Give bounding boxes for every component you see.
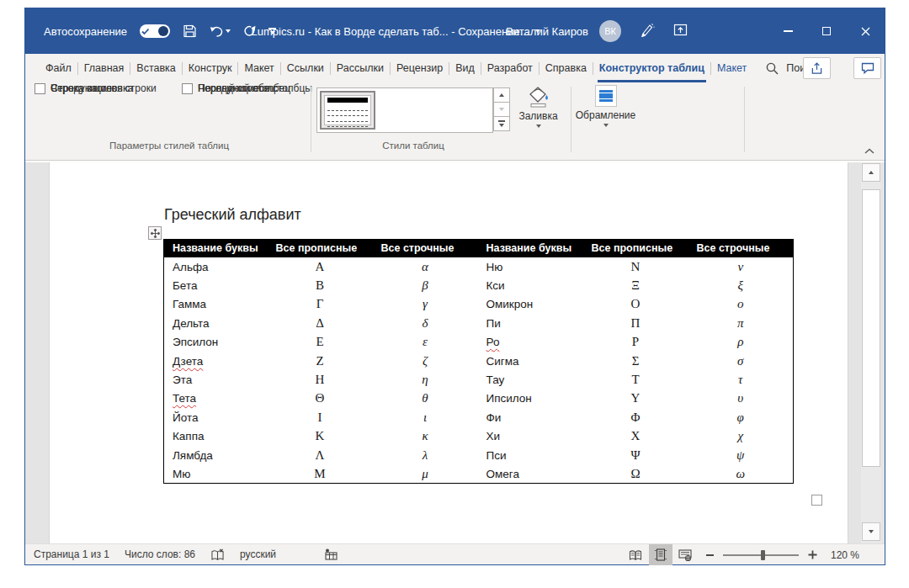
avatar[interactable]: ВК bbox=[599, 20, 621, 42]
style-option-checkbox[interactable]: Чередующиеся строки bbox=[35, 82, 157, 94]
letter-name-cell[interactable]: Омега bbox=[478, 464, 583, 483]
document-page[interactable]: Греческий алфавит Название буквыВсе проп… bbox=[49, 162, 848, 544]
share-button[interactable] bbox=[803, 57, 831, 79]
letter-name-cell[interactable]: Пси bbox=[478, 446, 583, 464]
lowercase-cell[interactable]: κ bbox=[373, 427, 478, 446]
user-name[interactable]: Виталий Каиров bbox=[506, 25, 588, 38]
lowercase-cell[interactable]: ψ bbox=[688, 446, 794, 464]
uppercase-cell[interactable]: Φ bbox=[583, 408, 688, 426]
spellcheck-status[interactable] bbox=[210, 548, 225, 561]
ribbon-tab[interactable]: Макет bbox=[711, 54, 752, 82]
web-layout-button[interactable] bbox=[672, 544, 698, 565]
uppercase-cell[interactable]: Ζ bbox=[268, 352, 373, 370]
shading-button[interactable]: Заливка bbox=[514, 85, 562, 128]
scrollbar-thumb[interactable] bbox=[862, 189, 880, 467]
letter-name-cell[interactable]: Ню bbox=[478, 257, 583, 276]
scroll-down-button[interactable] bbox=[862, 522, 880, 541]
letter-name-cell[interactable]: Бета bbox=[164, 276, 268, 294]
ribbon-tab[interactable]: Вставка bbox=[130, 54, 181, 82]
ribbon-tab[interactable]: Главная bbox=[78, 54, 130, 82]
letter-name-cell[interactable]: Кси bbox=[478, 276, 583, 294]
letter-name-cell[interactable]: Ипсилон bbox=[478, 389, 583, 408]
document-title-area[interactable]: Lumpics.ru - Как в Ворде сделать таб... … bbox=[269, 8, 522, 54]
lowercase-cell[interactable]: θ bbox=[373, 389, 478, 408]
letter-name-cell[interactable]: Дзета bbox=[164, 352, 268, 370]
letter-name-cell[interactable]: Фи bbox=[478, 408, 583, 426]
uppercase-cell[interactable]: Α bbox=[268, 257, 373, 276]
zoom-level[interactable]: 120 % bbox=[831, 549, 859, 561]
letter-name-cell[interactable]: Ро bbox=[478, 333, 583, 352]
ribbon-display-button[interactable] bbox=[673, 24, 688, 39]
letter-name-cell[interactable]: Тау bbox=[478, 370, 583, 389]
zoom-out-button[interactable] bbox=[698, 544, 715, 565]
gallery-scroll-down-button[interactable] bbox=[493, 102, 510, 117]
uppercase-cell[interactable]: Χ bbox=[583, 427, 688, 446]
uppercase-cell[interactable]: Ψ bbox=[583, 446, 688, 464]
letter-name-cell[interactable]: Эта bbox=[164, 370, 268, 389]
letter-name-cell[interactable]: Альфа bbox=[164, 257, 268, 276]
lowercase-cell[interactable]: γ bbox=[373, 295, 478, 314]
letter-name-cell[interactable]: Хи bbox=[478, 427, 583, 446]
close-button[interactable] bbox=[846, 8, 885, 54]
uppercase-cell[interactable]: Β bbox=[268, 276, 373, 294]
lowercase-cell[interactable]: λ bbox=[373, 446, 478, 464]
lowercase-cell[interactable]: τ bbox=[688, 370, 794, 389]
ribbon-tab[interactable]: Конструк bbox=[183, 54, 238, 82]
lowercase-cell[interactable]: δ bbox=[373, 314, 478, 332]
lowercase-cell[interactable]: ε bbox=[373, 333, 478, 352]
comments-button[interactable] bbox=[853, 57, 881, 79]
lowercase-cell[interactable]: σ bbox=[688, 352, 794, 370]
save-button[interactable] bbox=[183, 24, 197, 38]
letter-name-cell[interactable]: Сигма bbox=[478, 352, 583, 370]
uppercase-cell[interactable]: Κ bbox=[268, 427, 373, 446]
uppercase-cell[interactable]: Τ bbox=[583, 370, 688, 389]
uppercase-cell[interactable]: Ο bbox=[583, 295, 688, 314]
letter-name-cell[interactable]: Гамма bbox=[164, 295, 268, 314]
lowercase-cell[interactable]: η bbox=[373, 370, 478, 389]
vertical-scrollbar[interactable] bbox=[861, 162, 881, 544]
uppercase-cell[interactable]: Ξ bbox=[583, 276, 688, 294]
lowercase-cell[interactable]: α bbox=[373, 257, 478, 276]
word-count[interactable]: Число слов: 86 bbox=[125, 548, 195, 560]
letter-name-cell[interactable]: Лямбда bbox=[164, 446, 268, 464]
uppercase-cell[interactable]: Ε bbox=[268, 333, 373, 352]
undo-button[interactable] bbox=[210, 25, 231, 38]
ribbon-tab[interactable]: Конструктор таблиц bbox=[593, 54, 710, 82]
uppercase-cell[interactable]: Π bbox=[583, 314, 688, 332]
uppercase-cell[interactable]: Μ bbox=[268, 464, 373, 483]
uppercase-cell[interactable]: Ν bbox=[583, 257, 688, 276]
lowercase-cell[interactable]: ρ bbox=[688, 333, 794, 352]
uppercase-cell[interactable]: Ω bbox=[583, 464, 688, 483]
lowercase-cell[interactable]: ξ bbox=[688, 276, 794, 294]
lowercase-cell[interactable]: υ bbox=[688, 389, 794, 408]
zoom-slider-handle[interactable] bbox=[761, 550, 765, 560]
letter-name-cell[interactable]: Эпсилон bbox=[164, 333, 268, 352]
lowercase-cell[interactable]: π bbox=[688, 314, 794, 332]
letter-name-cell[interactable]: Йота bbox=[164, 408, 268, 426]
uppercase-cell[interactable]: Υ bbox=[583, 389, 688, 408]
uppercase-cell[interactable]: Η bbox=[268, 370, 373, 389]
zoom-slider[interactable] bbox=[723, 554, 799, 556]
maximize-button[interactable] bbox=[807, 8, 846, 54]
greek-alphabet-table[interactable]: Название буквыВсе прописныеВсе строчныеН… bbox=[163, 239, 794, 484]
table-style-thumbnail-selected[interactable] bbox=[320, 91, 375, 130]
macro-recorder[interactable] bbox=[325, 548, 338, 560]
letter-name-cell[interactable]: Омикрон bbox=[478, 295, 583, 314]
uppercase-cell[interactable]: Θ bbox=[268, 389, 373, 408]
lowercase-cell[interactable]: μ bbox=[373, 464, 478, 483]
lowercase-cell[interactable]: ν bbox=[688, 257, 794, 276]
ribbon-tab[interactable]: Разработ bbox=[481, 54, 539, 82]
table-resize-handle[interactable] bbox=[811, 495, 822, 506]
lowercase-cell[interactable]: β bbox=[373, 276, 478, 294]
ribbon-tab[interactable]: Файл bbox=[40, 54, 77, 82]
style-option-checkbox[interactable]: Чередующиеся столбцы bbox=[182, 82, 312, 94]
lowercase-cell[interactable]: ω bbox=[688, 464, 794, 483]
print-layout-button[interactable] bbox=[649, 544, 672, 565]
table-move-handle[interactable] bbox=[148, 226, 162, 240]
minimize-button[interactable] bbox=[768, 8, 807, 54]
lowercase-cell[interactable]: χ bbox=[688, 427, 794, 446]
uppercase-cell[interactable]: Λ bbox=[268, 446, 373, 464]
lowercase-cell[interactable]: ο bbox=[688, 295, 794, 314]
letter-name-cell[interactable]: Пи bbox=[478, 314, 583, 332]
language-indicator[interactable]: русский bbox=[240, 548, 276, 560]
